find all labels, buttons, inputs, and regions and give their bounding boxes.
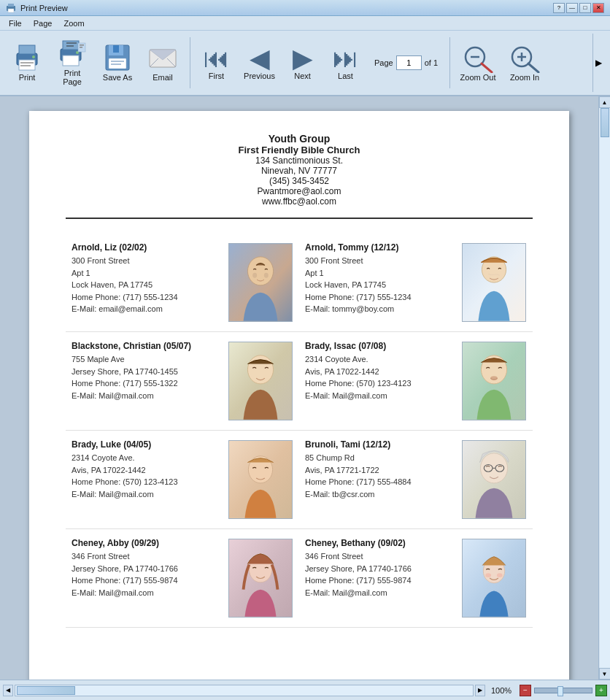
contact-city: Avis, PA 17721-1722 — [305, 464, 455, 477]
contact-city: Jersey Shore, PA 17740-1455 — [72, 366, 222, 378]
contact-photo — [461, 538, 527, 618]
file-menu[interactable]: File — [3, 18, 28, 29]
contact-info: Arnold, Tommy (12/12) 300 Front Street A… — [305, 242, 455, 323]
print-label: Print — [19, 73, 36, 82]
contact-photo — [461, 341, 527, 421]
menu-bar: File Page Zoom — [0, 16, 610, 31]
contact-phone: Home Phone: (717) 555-4884 — [305, 476, 455, 488]
svg-rect-20 — [113, 45, 119, 53]
contact-address1: 2314 Coyote Ave. — [72, 452, 222, 464]
zoom-slider[interactable] — [534, 688, 592, 693]
zoom-plus-button[interactable]: + — [595, 685, 607, 696]
list-item: Blackstone, Christian (05/07) 755 Maple … — [66, 332, 299, 431]
email-button[interactable]: Email — [142, 34, 184, 92]
horizontal-scrollbar[interactable] — [15, 685, 474, 696]
contact-info: Blackstone, Christian (05/07) 755 Maple … — [72, 341, 222, 421]
svg-rect-22 — [111, 61, 124, 62]
photo-figure-blackstone — [229, 342, 292, 420]
svg-rect-6 — [20, 62, 34, 64]
contact-photo — [228, 439, 293, 520]
previous-button[interactable]: ◀ Previous — [239, 34, 279, 92]
doc-header: Youth Group First Friendly Bible Church … — [66, 133, 533, 219]
zoom-out-button[interactable]: Zoom Out — [456, 34, 500, 92]
page-input[interactable] — [396, 55, 422, 70]
save-icon — [103, 44, 132, 72]
zoom-in-button[interactable]: Zoom In — [503, 34, 547, 92]
contact-email: E-Mail: Mail@mail.com — [72, 390, 222, 402]
contact-info: Cheney, Abby (09/29) 346 Front Street Je… — [72, 538, 222, 618]
scroll-up-arrow[interactable]: ▲ — [599, 96, 611, 108]
title-bar-title: Print Preview — [20, 4, 68, 12]
contact-phone: Home Phone: (717) 555-9874 — [72, 574, 222, 587]
doc-addr-line5: (345) 345-3452 — [66, 176, 533, 186]
contact-photo — [228, 242, 293, 323]
h-scroll-right[interactable]: ▶ — [475, 685, 485, 696]
contact-phone: Home Phone: (570) 123-4123 — [305, 377, 455, 390]
contact-email: E-Mail: tb@csr.com — [305, 488, 455, 501]
doc-title-line2: First Friendly Bible Church — [66, 145, 533, 155]
print-page-button[interactable]: Print Page — [51, 34, 93, 92]
svg-rect-13 — [66, 45, 74, 47]
page-menu[interactable]: Page — [28, 18, 58, 29]
page-counter: Page of 1 — [374, 55, 438, 70]
svg-rect-7 — [20, 65, 31, 66]
photo-figure-brady-l — [229, 440, 292, 519]
list-item: Brady, Issac (07/08) 2314 Coyote Ave. Av… — [299, 332, 533, 431]
h-scroll-left[interactable]: ◀ — [3, 685, 13, 696]
scroll-down-arrow[interactable]: ▼ — [599, 668, 611, 680]
print-button[interactable]: Print — [6, 34, 48, 92]
list-item: Brunoli, Tami (12/12) 85 Chump Rd Avis, … — [299, 431, 533, 529]
contact-name: Arnold, Liz (02/02) — [72, 242, 222, 253]
contact-city: Lock Haven, PA 17745 — [72, 279, 222, 291]
photo-figure-brady-i — [463, 342, 525, 420]
zoom-slider-thumb — [557, 686, 563, 696]
main-area: Youth Group First Friendly Bible Church … — [0, 96, 610, 680]
scroll-track[interactable] — [600, 108, 610, 668]
zoom-percent: 100% — [491, 686, 517, 695]
title-bar: Print Preview ? — □ ✕ — [0, 0, 610, 16]
help-button[interactable]: ? — [553, 3, 565, 13]
maximize-button[interactable]: □ — [579, 3, 591, 13]
contact-address1: 300 Front Street — [305, 255, 455, 267]
page-label: Page — [374, 58, 393, 67]
last-icon: ⏭ — [333, 45, 359, 72]
previous-label: Previous — [244, 72, 275, 80]
contact-phone: Home Phone: (717) 555-1234 — [305, 291, 455, 304]
first-button[interactable]: ⏮ First — [196, 34, 236, 92]
printer-title-icon — [6, 3, 16, 13]
vertical-scrollbar: ▲ ▼ — [598, 96, 610, 680]
contact-city: Lock Haven, PA 17745 — [305, 279, 455, 291]
zoom-menu[interactable]: Zoom — [58, 18, 90, 29]
status-bar: ◀ ▶ 100% − + — [0, 680, 610, 700]
minimize-button[interactable]: — — [566, 3, 578, 13]
contact-name: Brady, Luke (04/05) — [72, 439, 222, 450]
previous-icon: ◀ — [250, 45, 270, 72]
photo-figure-cheney-b — [463, 539, 525, 618]
contact-phone: Home Phone: (717) 555-1322 — [72, 377, 222, 390]
contact-address1: 346 Front Street — [72, 550, 222, 563]
contact-address1: 85 Chump Rd — [305, 452, 455, 464]
separator-1 — [190, 37, 190, 88]
contact-city: Avis, PA 17022-1442 — [305, 366, 455, 378]
list-item: Arnold, Tommy (12/12) 300 Front Street A… — [299, 234, 533, 332]
toolbar-scroll-right[interactable]: ▶ — [592, 34, 604, 92]
photo-figure-tommy — [463, 243, 525, 322]
scroll-thumb[interactable] — [601, 108, 609, 137]
contact-info: Arnold, Liz (02/02) 300 Front Street Apt… — [72, 242, 222, 323]
close-button[interactable]: ✕ — [592, 3, 604, 13]
save-as-button[interactable]: Save As — [96, 34, 139, 92]
list-item: Cheney, Bethany (09/02) 346 Front Street… — [299, 529, 533, 628]
svg-point-57 — [485, 573, 491, 577]
next-button[interactable]: ▶ Next — [282, 34, 323, 92]
contact-email: E-Mail: Mail@mail.com — [72, 587, 222, 599]
photo-figure-brunoli — [463, 440, 525, 519]
zoom-minus-button[interactable]: − — [520, 685, 531, 696]
contact-address1: 346 Front Street — [305, 550, 455, 563]
last-button[interactable]: ⏭ Last — [325, 34, 366, 92]
svg-rect-16 — [80, 45, 84, 46]
svg-rect-23 — [111, 64, 121, 65]
contact-phone: Home Phone: (570) 123-4123 — [72, 476, 222, 488]
svg-rect-2 — [8, 9, 14, 12]
first-icon: ⏮ — [204, 45, 230, 72]
contact-name: Brady, Issac (07/08) — [305, 341, 455, 351]
